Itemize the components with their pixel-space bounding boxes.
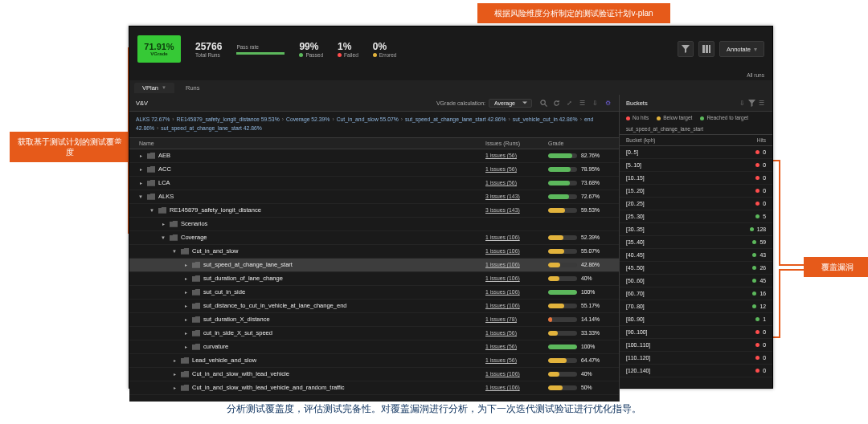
caret-icon[interactable]: ▸: [182, 316, 189, 322]
breadcrumb-item[interactable]: sut_vehicle_cut_in 42.86%: [513, 116, 578, 122]
vv-row[interactable]: ▸Lead_vehicle_and_slow1 issues (56)64.47…: [129, 354, 619, 368]
caret-icon[interactable]: ▸: [182, 275, 189, 281]
bucket-row[interactable]: [0..5]0: [620, 146, 772, 159]
tab-runs[interactable]: Runs: [178, 83, 208, 93]
bucket-row[interactable]: [15..20]0: [620, 185, 772, 198]
vv-row[interactable]: ▸Cut_in_and_slow_with_lead_vehicle1 issu…: [129, 368, 619, 381]
bucket-row[interactable]: [20..25]0: [620, 198, 772, 210]
caret-icon[interactable]: ▸: [137, 153, 144, 158]
vv-row[interactable]: ▸Scenarios: [129, 218, 619, 231]
vv-row[interactable]: ▸AEB1 issues (56)82.76%: [129, 149, 619, 163]
bucket-columns-icon[interactable]: ☰: [756, 98, 766, 108]
caret-icon[interactable]: ▸: [160, 221, 166, 226]
bucket-row[interactable]: [70..80]12: [620, 300, 772, 313]
col-grade[interactable]: Grade: [548, 141, 612, 146]
bucket-row[interactable]: [5..10]0: [620, 159, 772, 172]
caret-icon[interactable]: ▼: [137, 194, 144, 199]
caret-icon[interactable]: ▸: [171, 385, 178, 390]
col-bucket[interactable]: Bucket (kph): [626, 137, 757, 143]
vv-row[interactable]: ▼Cut_in_and_slow1 issues (106)55.07%: [129, 245, 619, 259]
col-issues[interactable]: Issues (Runs): [485, 141, 548, 146]
bucket-row[interactable]: [80..90]1: [620, 313, 772, 326]
vv-row-issues[interactable]: 1 issues (106): [485, 275, 548, 281]
bucket-row[interactable]: [50..60]45: [620, 275, 772, 287]
kpi-vgrade[interactable]: 71.91% VGrade: [137, 35, 181, 63]
col-name[interactable]: Name: [133, 141, 485, 146]
vv-row[interactable]: ▸sut_cut_in_side1 issues (106)100%: [129, 286, 619, 300]
caret-icon[interactable]: ▸: [182, 344, 189, 349]
bucket-row[interactable]: [35..40]59: [620, 236, 772, 249]
annotate-button[interactable]: Annotate▾: [719, 41, 764, 57]
vv-row[interactable]: ▼Coverage1 issues (106)52.39%: [129, 231, 619, 245]
vv-row[interactable]: ▸sut_duration_of_lane_change1 issues (10…: [129, 272, 619, 286]
vv-row[interactable]: ▸sut_speed_at_change_lane_start1 issues …: [129, 259, 619, 272]
settings-icon[interactable]: ⚙: [603, 98, 612, 108]
breadcrumb-item[interactable]: Coverage 52.39%: [286, 116, 330, 122]
caret-icon[interactable]: ▸: [182, 289, 189, 295]
tab-vplan[interactable]: VPlan▼: [134, 83, 174, 93]
bucket-filter-icon[interactable]: [747, 98, 756, 108]
expand-icon[interactable]: ⤢: [564, 98, 574, 108]
vv-row-issues[interactable]: 1 issues (106): [485, 385, 548, 390]
vv-row[interactable]: ▸cut_in_side_X_sut_speed1 issues (56)33.…: [129, 327, 619, 340]
filter-icon[interactable]: [678, 41, 694, 57]
all-runs-label[interactable]: All runs: [747, 72, 764, 78]
breadcrumb-item[interactable]: RE145879_safety_longit_distance 59.53%: [177, 116, 280, 122]
vv-row-issues[interactable]: 3 issues (143): [485, 207, 548, 213]
export-icon[interactable]: ⇩: [590, 98, 600, 108]
search-icon[interactable]: [538, 98, 548, 108]
vv-row[interactable]: ▸curvature1 issues (56)100%: [129, 340, 619, 354]
caret-icon[interactable]: ▸: [182, 262, 189, 267]
vv-row-issues[interactable]: 1 issues (106): [485, 289, 548, 295]
breadcrumb-item[interactable]: ALKS 72.67%: [136, 116, 170, 122]
vv-row-issues[interactable]: 1 issues (56): [485, 153, 548, 158]
vv-row-issues[interactable]: 3 issues (143): [485, 194, 548, 199]
breadcrumb-item[interactable]: Cut_in_and_slow 55.07%: [337, 116, 399, 122]
vv-row[interactable]: ▼RE145879_safety_longit_distance3 issues…: [129, 204, 619, 218]
caret-icon[interactable]: ▸: [182, 303, 189, 308]
caret-icon[interactable]: ▸: [137, 166, 144, 172]
vv-row-issues[interactable]: 1 issues (56): [485, 344, 548, 349]
vv-row-issues[interactable]: 1 issues (106): [485, 303, 548, 308]
col-hits[interactable]: Hits: [757, 137, 766, 143]
vv-row-issues[interactable]: 1 issues (78): [485, 316, 548, 322]
vv-row[interactable]: ▸sut_distance_to_cut_in_vehicle_at_lane_…: [129, 300, 619, 313]
vv-row-issues[interactable]: 1 issues (106): [485, 234, 548, 240]
tree-icon[interactable]: ☰: [577, 98, 587, 108]
vv-row-issues[interactable]: 1 issues (106): [485, 262, 548, 267]
bucket-row[interactable]: [120..140]0: [620, 365, 772, 377]
vv-row[interactable]: ▸ACC1 issues (56)78.95%: [129, 163, 619, 177]
bucket-row[interactable]: [100..110]0: [620, 339, 772, 352]
caret-icon[interactable]: ▸: [182, 330, 189, 336]
caret-icon[interactable]: ▼: [149, 208, 155, 213]
bucket-row[interactable]: [60..70]16: [620, 287, 772, 300]
caret-icon[interactable]: ▸: [137, 180, 144, 186]
vv-row-issues[interactable]: 1 issues (56): [485, 330, 548, 336]
caret-icon[interactable]: ▼: [171, 249, 178, 254]
vv-row-issues[interactable]: 1 issues (56): [485, 180, 548, 186]
vv-row[interactable]: ▸LCA1 issues (56)73.68%: [129, 177, 619, 190]
columns-icon[interactable]: [698, 41, 714, 57]
vv-row-issues[interactable]: 1 issues (56): [485, 166, 548, 172]
vv-row[interactable]: ▸Cut_in_and_slow_with_lead_vehicle_and_r…: [129, 381, 619, 395]
bucket-row[interactable]: [25..30]5: [620, 210, 772, 223]
vv-row-issues[interactable]: 1 issues (106): [485, 248, 548, 254]
breadcrumb-item[interactable]: sut_speed_at_change_lane_start 42.86%: [161, 125, 261, 131]
caret-icon[interactable]: ▸: [171, 357, 178, 363]
caret-icon[interactable]: ▼: [160, 235, 166, 240]
vv-row-issues[interactable]: 1 issues (106): [485, 371, 548, 377]
bucket-row[interactable]: [45..50]26: [620, 262, 772, 275]
bucket-export-icon[interactable]: ⇩: [737, 98, 747, 108]
refresh-icon[interactable]: [551, 98, 561, 108]
bucket-row[interactable]: [110..120]0: [620, 352, 772, 365]
vv-row[interactable]: ▸sut_duration_X_distance1 issues (78)14.…: [129, 313, 619, 327]
bucket-row[interactable]: [10..15]0: [620, 172, 772, 185]
caret-icon[interactable]: ▸: [171, 371, 178, 377]
breadcrumb-item[interactable]: sut_speed_at_change_lane_start 42.86%: [405, 116, 506, 122]
bucket-row[interactable]: [30..35]128: [620, 223, 772, 236]
bucket-row[interactable]: [90..100]0: [620, 326, 772, 339]
bucket-row[interactable]: [40..45]43: [620, 249, 772, 262]
vv-row-issues[interactable]: 1 issues (56): [485, 357, 548, 363]
vgrade-calc-select[interactable]: Average: [489, 99, 532, 108]
vv-row[interactable]: ▼ALKS3 issues (143)72.67%: [129, 190, 619, 204]
